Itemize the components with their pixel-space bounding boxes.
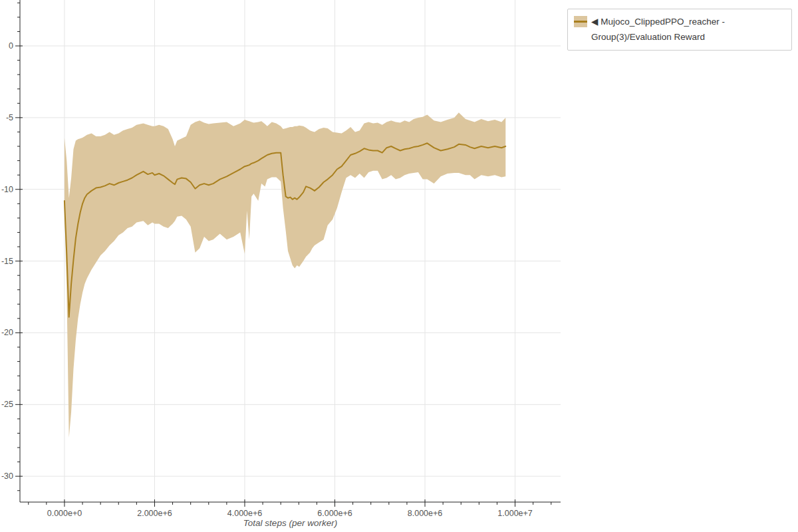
x-tick-label: 0.000e+0 [47, 509, 82, 518]
y-tick-label: -20 [1, 328, 13, 337]
reward-plot[interactable]: 0.000e+02.000e+64.000e+66.000e+68.000e+6… [0, 0, 798, 532]
legend[interactable]: ◀ Mujoco_ClippedPPO_reacher - Group(3)/E… [567, 9, 792, 51]
x-tick-label: 8.000e+6 [408, 509, 443, 518]
x-axis-title: Total steps (per worker) [243, 518, 337, 528]
y-tick-label: -10 [1, 185, 13, 194]
chart-canvas: 0.000e+02.000e+64.000e+66.000e+68.000e+6… [0, 0, 798, 532]
x-tick-label: 6.000e+6 [317, 509, 352, 518]
confidence-band [65, 112, 505, 438]
legend-swatch-icon [574, 16, 587, 27]
x-tick-label: 4.000e+6 [227, 509, 263, 518]
x-tick-label: 2.000e+6 [137, 509, 172, 518]
y-tick-label: -5 [6, 113, 13, 122]
y-tick-label: 0 [9, 41, 13, 51]
y-tick-label: -25 [1, 400, 13, 409]
y-tick-label: -30 [1, 471, 13, 481]
legend-label: ◀ Mujoco_ClippedPPO_reacher - Group(3)/E… [591, 14, 785, 45]
confidence-band-area [65, 112, 505, 438]
legend-swatch-line-icon [574, 21, 587, 23]
x-tick-label: 1.000e+7 [497, 509, 533, 518]
y-tick-label: -15 [1, 257, 13, 266]
